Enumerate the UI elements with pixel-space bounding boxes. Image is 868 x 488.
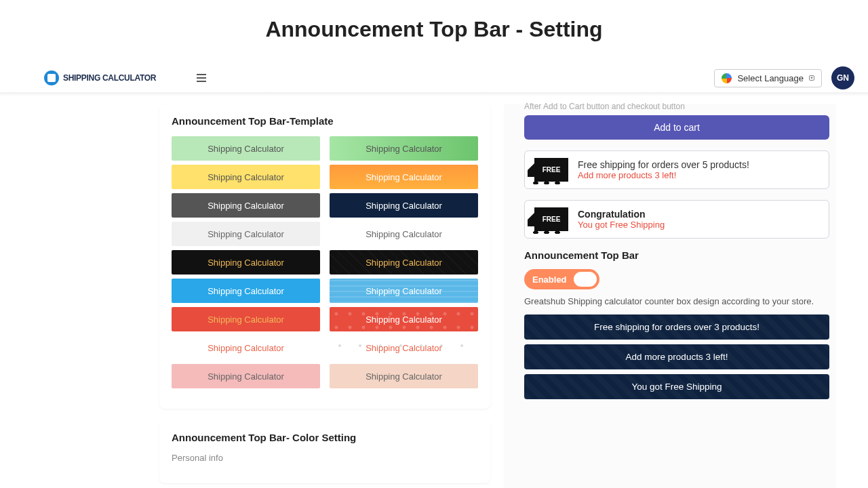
logo-icon [44, 70, 59, 85]
color-card-title: Announcement Top Bar- Color Setting [172, 432, 478, 443]
template-right-6[interactable]: Shipping Calculator [330, 307, 478, 331]
announcement-bar-1[interactable]: Free shipping for orders over 3 products… [524, 314, 829, 340]
template-right-4[interactable]: Shipping Calculator [330, 250, 478, 274]
template-right-7[interactable]: Shipping Calculator [330, 336, 478, 360]
congrat-line2: You got Free Shipping [578, 220, 665, 230]
enabled-toggle[interactable]: Enabled [524, 269, 599, 289]
hamburger-icon[interactable] [197, 74, 206, 82]
color-card-subtitle: Personal info [172, 453, 478, 463]
template-left-5[interactable]: Shipping Calculator [172, 279, 320, 303]
avatar[interactable]: GN [831, 66, 854, 89]
truck-icon: FREE [534, 207, 568, 231]
placement-hint: After Add to Cart button and checkout bu… [524, 102, 829, 111]
free-shipping-box-1: FREE Free shipping for orders over 5 pro… [524, 150, 829, 189]
announcement-section-title: Announcement Top Bar [524, 249, 829, 261]
toggle-knob-icon [574, 272, 597, 287]
free-shipping-box-2: FREE Congratulation You got Free Shippin… [524, 200, 829, 239]
template-card-title: Announcement Top Bar-Template [172, 115, 478, 127]
announcement-bar-2[interactable]: Add more products 3 left! [524, 344, 829, 369]
template-card: Announcement Top Bar-Template Shipping C… [159, 104, 490, 409]
template-right-0[interactable]: Shipping Calculator [330, 136, 478, 161]
color-card: Announcement Top Bar- Color Setting Pers… [159, 421, 490, 483]
template-right-5[interactable]: Shipping Calculator [330, 279, 478, 303]
congrat-line1: Congratulation [578, 209, 665, 220]
template-right-2[interactable]: Shipping Calculator [330, 193, 478, 218]
template-left-6[interactable]: Shipping Calculator [172, 307, 320, 331]
template-right-8[interactable]: Shipping Calculator [330, 364, 478, 388]
add-to-cart-button[interactable]: Add to cart [524, 115, 829, 140]
template-left-7[interactable]: Shipping Calculator [172, 336, 320, 360]
template-left-2[interactable]: Shipping Calculator [172, 193, 320, 218]
free-shipping-msg-line1: Free shipping for orders over 5 products… [578, 159, 749, 170]
language-selector[interactable]: Select Language ▼ [714, 69, 822, 87]
template-left-1[interactable]: Shipping Calculator [172, 165, 320, 189]
brand-text: Shipping Calculator [63, 73, 156, 83]
template-left-0[interactable]: Shipping Calculator [172, 136, 320, 161]
language-label: Select Language [737, 73, 804, 83]
template-left-8[interactable]: Shipping Calculator [172, 364, 320, 388]
dropdown-arrow-icon: ▼ [809, 75, 814, 81]
template-left-4[interactable]: Shipping Calculator [172, 250, 320, 274]
google-icon [722, 73, 732, 83]
announcement-bar-3[interactable]: You got Free Shipping [524, 374, 829, 399]
template-right-1[interactable]: Shipping Calculator [330, 165, 478, 189]
template-right-3[interactable]: Shipping Calculator [330, 222, 478, 246]
toggle-label: Enabled [532, 274, 567, 285]
topbar: Shipping Calculator Select Language ▼ GN [0, 62, 868, 96]
free-shipping-msg-line2: Add more products 3 left! [578, 170, 749, 180]
template-left-3[interactable]: Shipping Calculator [172, 222, 320, 246]
page-title: Announcement Top Bar - Setting [0, 0, 868, 62]
truck-icon: FREE [534, 158, 568, 182]
section-description: Greatshub Shipping calculator counter bo… [524, 296, 829, 306]
brand-logo[interactable]: Shipping Calculator [44, 70, 156, 85]
